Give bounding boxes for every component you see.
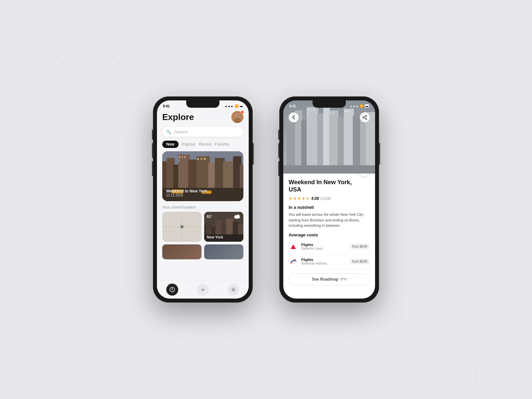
search-placeholder: Search — [174, 129, 188, 134]
weather-card[interactable]: 61° New York — [204, 212, 243, 242]
delta-logo — [289, 242, 298, 251]
status-icons: ▲▲▲ 🛜 ▬ — [224, 104, 243, 108]
search-bar[interactable]: 🔍 Search — [162, 127, 243, 137]
aa-logo — [289, 257, 298, 266]
rating-count: (1208) — [320, 197, 331, 200]
svg-rect-26 — [179, 160, 180, 161]
svg-rect-81 — [283, 165, 375, 174]
svg-point-84 — [365, 118, 367, 120]
tabs-row: New Popular Recent Favorite — [162, 141, 243, 148]
svg-rect-29 — [204, 158, 205, 160]
svg-point-55 — [233, 289, 234, 290]
svg-rect-63 — [329, 110, 338, 174]
partial-card-left — [162, 244, 201, 259]
weather-city-label: New York — [207, 235, 223, 239]
svg-line-86 — [364, 118, 365, 119]
see-roadmap-button[interactable]: See Roadmap — [289, 273, 370, 285]
svg-rect-65 — [344, 109, 354, 174]
svg-rect-77 — [345, 110, 346, 113]
nav-flights-button[interactable] — [197, 284, 209, 296]
star-2: ★ — [293, 196, 297, 201]
star-1: ★ — [289, 196, 293, 201]
detail-header: Weekend In New York, USA ❤️ — [289, 179, 370, 193]
star-3: ★ — [297, 196, 301, 201]
stars: ★ ★ ★ ★ ★★ — [289, 196, 310, 201]
hero-image — [283, 100, 375, 174]
wifi-icon-2: 🛜 — [360, 104, 363, 108]
nav-settings-button[interactable] — [227, 284, 239, 296]
status-time: 9:41 — [163, 104, 170, 108]
svg-rect-25 — [184, 156, 186, 158]
svg-point-6 — [236, 115, 237, 116]
svg-marker-53 — [172, 288, 173, 290]
flight-price-delta: from $548 — [349, 244, 370, 249]
costs-heading: Average costs — [289, 232, 370, 237]
svg-rect-24 — [182, 156, 183, 158]
svg-rect-66 — [353, 115, 361, 174]
svg-rect-64 — [337, 117, 345, 174]
svg-marker-54 — [172, 290, 173, 292]
search-icon: 🔍 — [166, 130, 171, 134]
map-card[interactable] — [162, 212, 201, 242]
svg-rect-72 — [307, 113, 309, 115]
svg-point-5 — [234, 118, 241, 123]
svg-point-88 — [340, 278, 342, 280]
detail-content: Weekend In New York, USA ❤️ ★ ★ ★ ★ ★★ 4… — [283, 174, 375, 299]
notch-2 — [313, 100, 346, 108]
star-4: ★ — [302, 196, 306, 201]
tab-recent[interactable]: Recent — [199, 142, 211, 147]
flight-type-aa: Flights — [301, 258, 346, 262]
svg-rect-57 — [287, 117, 296, 174]
svg-rect-62 — [323, 104, 330, 174]
flight-item-aa[interactable]: Flights American Airlines from $628 — [289, 254, 370, 269]
explore-screen: 9:41 ▲▲▲ 🛜 ▬ Explore — [157, 100, 249, 299]
back-button[interactable] — [289, 112, 299, 122]
svg-point-51 — [236, 214, 240, 218]
nav-compass-button[interactable] — [166, 284, 178, 296]
nutshell-text: You will travel across the whole New Yor… — [289, 212, 370, 228]
weather-temp: 61° — [207, 214, 212, 218]
phone-detail: 9:41 ▲▲▲ 🛜 ▬ — [279, 96, 379, 303]
share-button[interactable] — [360, 112, 370, 122]
airline-name-delta: Delta Air Lines — [301, 247, 346, 250]
roadmap-label: See Roadmap — [312, 277, 338, 282]
flight-type-delta: Flights — [301, 243, 346, 247]
svg-rect-23 — [179, 156, 180, 158]
rating-row: ★ ★ ★ ★ ★★ 4.08 (1208) — [289, 196, 370, 201]
svg-point-82 — [365, 115, 367, 117]
flight-item-delta[interactable]: Flights Delta Air Lines from $548 — [289, 239, 370, 254]
svg-rect-2 — [392, 273, 519, 386]
favorite-button[interactable]: ❤️ — [359, 174, 370, 176]
svg-point-89 — [345, 278, 346, 280]
svg-line-85 — [364, 116, 365, 117]
notification-badge — [241, 110, 244, 114]
tab-new[interactable]: New — [162, 141, 179, 148]
wifi-icon: 🛜 — [235, 104, 238, 108]
explore-content: Explore — [157, 110, 249, 299]
battery-icon-2: ▬ — [365, 104, 369, 108]
tab-favorite[interactable]: Favorite — [215, 142, 229, 147]
svg-point-4 — [235, 113, 240, 118]
svg-rect-28 — [200, 158, 202, 160]
signal-icon-2: ▲▲▲ — [349, 104, 358, 108]
svg-point-7 — [238, 115, 239, 116]
status-time-2: 9:41 — [289, 104, 296, 108]
explore-title: Explore — [162, 112, 194, 122]
featured-card[interactable]: Weekend In New York, 13.11.2019 — [162, 151, 243, 201]
battery-icon: ▬ — [240, 104, 243, 108]
star-half: ★★ — [306, 196, 310, 201]
avatar[interactable] — [231, 111, 243, 123]
location-section-label: Your current location — [162, 205, 243, 209]
location-grid: 61° New York — [162, 212, 243, 242]
svg-rect-27 — [197, 158, 199, 160]
phone-explore: 9:41 ▲▲▲ 🛜 ▬ Explore — [153, 96, 253, 303]
notch — [186, 100, 219, 108]
svg-rect-76 — [333, 112, 334, 114]
detail-screen: 9:41 ▲▲▲ 🛜 ▬ — [283, 100, 375, 299]
tab-popular[interactable]: Popular — [182, 142, 196, 147]
explore-header: Explore — [162, 111, 243, 123]
svg-marker-87 — [291, 244, 296, 249]
signal-icon: ▲▲▲ — [224, 104, 233, 108]
costs-section: Average costs Flights Delta Air Lines — [289, 232, 370, 269]
svg-rect-60 — [307, 107, 318, 174]
